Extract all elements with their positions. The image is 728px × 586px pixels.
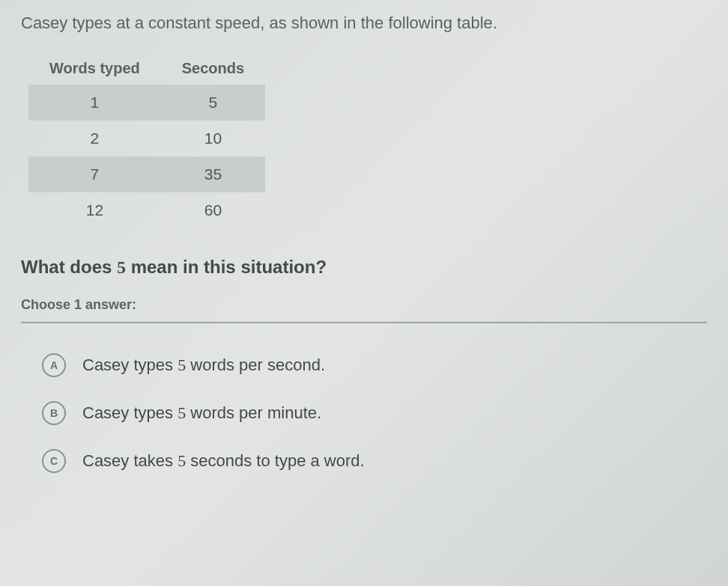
cell-words: 12	[28, 192, 161, 228]
table-header-row: Words typed Seconds	[28, 54, 265, 85]
data-table: Words typed Seconds 1 5 2 10 7 35 12 60	[28, 54, 265, 228]
cell-seconds: 35	[161, 156, 265, 192]
question-suffix: mean in this situation?	[126, 257, 327, 277]
option-text-b: Casey types 5 words per minute.	[82, 403, 321, 423]
option-b-prefix: Casey types	[82, 403, 178, 422]
option-c-prefix: Casey takes	[82, 451, 178, 470]
table-row: 7 35	[28, 156, 265, 192]
radio-letter-a: A	[42, 353, 66, 377]
divider	[21, 322, 707, 323]
cell-seconds: 5	[161, 85, 265, 120]
header-seconds: Seconds	[161, 54, 265, 85]
radio-letter-c: C	[42, 449, 66, 473]
radio-letter-b: B	[42, 401, 66, 425]
choose-label: Choose 1 answer:	[21, 297, 707, 313]
cell-seconds: 60	[161, 192, 265, 228]
option-b-suffix: words per minute.	[186, 403, 321, 422]
table-row: 2 10	[28, 120, 265, 156]
question-prefix: What does	[21, 257, 117, 277]
option-text-a: Casey types 5 words per second.	[82, 355, 325, 375]
answer-option-a[interactable]: A Casey types 5 words per second.	[21, 341, 707, 389]
question-value: 5	[117, 257, 126, 277]
option-b-num: 5	[178, 403, 186, 422]
intro-text: Casey types at a constant speed, as show…	[21, 13, 707, 33]
cell-words: 2	[28, 120, 161, 156]
answer-option-c[interactable]: C Casey takes 5 seconds to type a word.	[21, 437, 707, 485]
option-a-suffix: words per second.	[186, 355, 325, 374]
option-c-suffix: seconds to type a word.	[186, 451, 364, 470]
option-c-num: 5	[178, 451, 186, 470]
cell-words: 1	[28, 85, 161, 120]
table-row: 1 5	[28, 85, 265, 120]
option-a-num: 5	[178, 355, 186, 374]
option-a-prefix: Casey types	[82, 355, 178, 374]
cell-seconds: 10	[161, 120, 265, 156]
header-words: Words typed	[28, 54, 161, 85]
table-row: 12 60	[28, 192, 265, 228]
option-text-c: Casey takes 5 seconds to type a word.	[82, 451, 365, 471]
cell-words: 7	[28, 156, 161, 192]
answer-option-b[interactable]: B Casey types 5 words per minute.	[21, 389, 707, 437]
question-text: What does 5 mean in this situation?	[21, 257, 707, 278]
